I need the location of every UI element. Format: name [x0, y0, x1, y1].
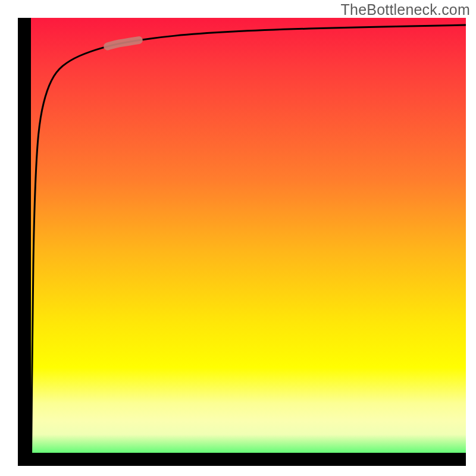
y-axis — [18, 18, 31, 466]
gradient-background — [18, 18, 466, 466]
watermark-text: TheBottleneck.com — [341, 1, 470, 18]
plot-frame — [18, 18, 466, 466]
x-axis — [18, 453, 466, 466]
chart-canvas: TheBottleneck.com — [0, 0, 476, 476]
